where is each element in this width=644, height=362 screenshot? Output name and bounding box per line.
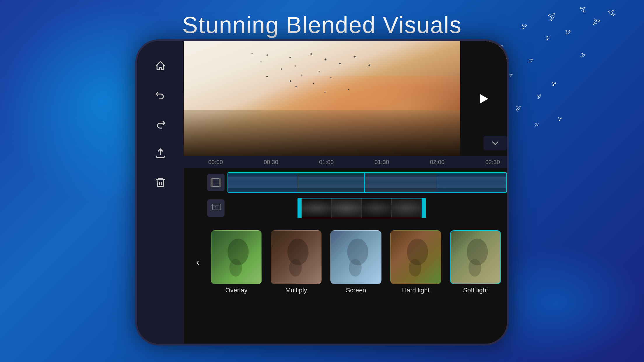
ruler-marks: 00:00 00:30 01:00 01:30 02:00 02:30 03:0… bbox=[207, 159, 507, 166]
upload-icon[interactable] bbox=[153, 146, 168, 161]
blend-item-overlay[interactable]: Overlay bbox=[208, 230, 265, 294]
svg-point-10 bbox=[229, 259, 242, 276]
track-thumb-3 bbox=[367, 173, 437, 192]
timeline-tracks: 1 bbox=[184, 168, 507, 223]
ruler-mark-1: 00:30 bbox=[262, 159, 318, 166]
prev-button[interactable]: ‹ bbox=[190, 254, 206, 270]
svg-point-12 bbox=[289, 259, 302, 276]
main-track-row bbox=[207, 171, 507, 194]
main-track-icon bbox=[207, 174, 225, 191]
page-title: Stunning Blended Visuals bbox=[182, 12, 462, 38]
undo-icon[interactable] bbox=[153, 88, 168, 102]
svg-rect-3 bbox=[219, 178, 221, 187]
overlay-content bbox=[302, 198, 422, 218]
svg-marker-0 bbox=[480, 94, 488, 103]
ruler-mark-4: 02:00 bbox=[429, 159, 484, 166]
blend-item-soft-light[interactable]: Soft light bbox=[447, 230, 501, 294]
blend-label-soft-light: Soft light bbox=[463, 287, 488, 294]
redo-icon[interactable] bbox=[153, 117, 168, 131]
overlay-handle-left[interactable] bbox=[298, 198, 302, 218]
portrait-container: ✦ ✦ ✦ ✦ ✦ ✦ ✦ ✦ ✦ ✦ ✦ ✦ ✦ ✦ ✦ bbox=[184, 41, 507, 156]
track-thumb-1 bbox=[228, 173, 298, 192]
timeline-ruler: 00:00 00:30 01:00 01:30 02:00 02:30 03:0… bbox=[184, 156, 507, 168]
svg-point-14 bbox=[349, 259, 361, 276]
blend-items: Overlay Multiply bbox=[208, 230, 501, 294]
face-icon-hard-light bbox=[391, 231, 441, 284]
overlay-frame-3 bbox=[362, 198, 392, 218]
face-icon-overlay bbox=[211, 231, 261, 284]
svg-point-16 bbox=[409, 259, 421, 276]
ruler-mark-0: 00:00 bbox=[207, 159, 262, 166]
main-video-track[interactable] bbox=[228, 172, 507, 193]
blend-item-screen[interactable]: Screen bbox=[328, 230, 384, 294]
main-track-content[interactable] bbox=[228, 172, 507, 193]
overlay-frame-2 bbox=[332, 198, 362, 218]
svg-text:1: 1 bbox=[215, 206, 217, 209]
video-preview: ✦ ✦ ✦ ✦ ✦ ✦ ✦ ✦ ✦ ✦ ✦ ✦ ✦ ✦ ✦ bbox=[184, 41, 507, 156]
blend-label-overlay: Overlay bbox=[225, 287, 248, 294]
home-icon[interactable] bbox=[153, 59, 168, 73]
overlay-video-track[interactable] bbox=[298, 198, 426, 218]
sidebar bbox=[137, 41, 184, 344]
playhead[interactable] bbox=[364, 172, 365, 193]
overlay-frame-1 bbox=[302, 198, 332, 218]
blend-item-hard-light[interactable]: Hard light bbox=[387, 230, 444, 294]
blend-mode-selector: ‹ Overlay bbox=[184, 223, 507, 301]
water-reflection bbox=[184, 110, 507, 156]
phone-screen: ✦ ✦ ✦ ✦ ✦ ✦ ✦ ✦ ✦ ✦ ✦ ✦ ✦ ✦ ✦ bbox=[137, 41, 507, 344]
blend-item-multiply[interactable]: Multiply bbox=[268, 230, 325, 294]
track-thumb-2 bbox=[298, 173, 368, 192]
face-icon-screen bbox=[331, 231, 381, 284]
blend-label-multiply: Multiply bbox=[285, 287, 307, 294]
overlay-track-row: 1 bbox=[207, 196, 507, 220]
ruler-mark-2: 01:00 bbox=[318, 159, 373, 166]
main-content: ✦ ✦ ✦ ✦ ✦ ✦ ✦ ✦ ✦ ✦ ✦ ✦ ✦ ✦ ✦ bbox=[184, 41, 507, 344]
overlay-track-content[interactable] bbox=[228, 198, 507, 218]
chevron-down-button[interactable] bbox=[484, 136, 507, 150]
blend-thumb-screen bbox=[330, 230, 382, 284]
play-button[interactable] bbox=[475, 90, 492, 108]
face-icon-multiply bbox=[271, 231, 321, 284]
track-thumb-4 bbox=[437, 173, 507, 192]
overlay-frame-4 bbox=[392, 198, 422, 218]
face-icon-soft-light bbox=[451, 231, 501, 284]
overlay-handle-right[interactable] bbox=[422, 198, 425, 218]
blend-label-hard-light: Hard light bbox=[402, 287, 429, 294]
blend-thumb-multiply bbox=[271, 230, 322, 284]
blend-thumb-soft-light bbox=[450, 230, 501, 284]
svg-rect-2 bbox=[211, 178, 213, 187]
blend-thumb-overlay bbox=[211, 230, 262, 284]
timeline-area: 00:00 00:30 01:00 01:30 02:00 02:30 03:0… bbox=[184, 156, 507, 223]
ruler-mark-5: 02:30 bbox=[484, 159, 507, 166]
blend-label-screen: Screen bbox=[346, 287, 366, 294]
svg-point-18 bbox=[468, 259, 481, 276]
overlay-track-icon: 1 bbox=[207, 199, 225, 217]
delete-icon[interactable] bbox=[153, 175, 168, 190]
blend-thumb-hard-light bbox=[390, 230, 441, 284]
play-controls-area bbox=[460, 41, 507, 156]
phone-frame: ✦ ✦ ✦ ✦ ✦ ✦ ✦ ✦ ✦ ✦ ✦ ✦ ✦ ✦ ✦ bbox=[135, 39, 509, 345]
ruler-mark-3: 01:30 bbox=[373, 159, 429, 166]
home-button[interactable] bbox=[507, 181, 509, 204]
